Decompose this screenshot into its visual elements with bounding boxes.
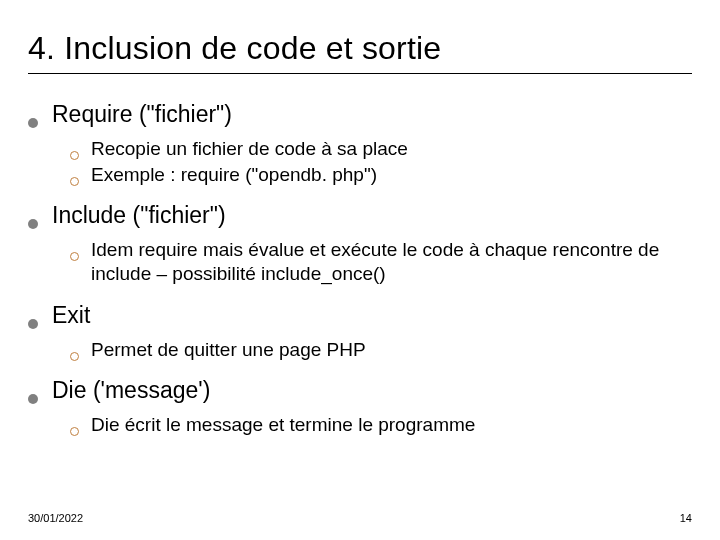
bullet-dot-icon [28, 394, 38, 404]
list-item: Permet de quitter une page PHP [70, 338, 692, 362]
slide-title: 4. Inclusion de code et sortie [28, 30, 692, 67]
list-item: Exit Permet de quitter une page PHP [28, 301, 692, 362]
bullet-dot-icon [28, 319, 38, 329]
title-divider [28, 73, 692, 74]
list-item: Die ('message') Die écrit le message et … [28, 376, 692, 437]
bullet-ring-icon [70, 151, 79, 160]
footer: 30/01/2022 14 [28, 512, 692, 524]
level2-label: Exemple : require ("opendb. php") [91, 163, 377, 187]
bullet-ring-icon [70, 252, 79, 261]
level1-label: Include ("fichier") [52, 201, 226, 230]
bullet-ring-icon [70, 352, 79, 361]
level1-list: Require ("fichier") Recopie un fichier d… [28, 100, 692, 437]
level2-label: Permet de quitter une page PHP [91, 338, 366, 362]
level2-list: Die écrit le message et termine le progr… [70, 413, 692, 437]
list-item: Die écrit le message et termine le progr… [70, 413, 692, 437]
bullet-dot-icon [28, 219, 38, 229]
bullet-ring-icon [70, 427, 79, 436]
level1-label: Exit [52, 301, 90, 330]
level1-label: Die ('message') [52, 376, 210, 405]
bullet-ring-icon [70, 177, 79, 186]
bullet-dot-icon [28, 118, 38, 128]
level2-label: Die écrit le message et termine le progr… [91, 413, 475, 437]
level1-label: Require ("fichier") [52, 100, 232, 129]
list-item: Recopie un fichier de code à sa place [70, 137, 692, 161]
level2-label: Idem require mais évalue et exécute le c… [91, 238, 692, 287]
level2-label: Recopie un fichier de code à sa place [91, 137, 408, 161]
level2-list: Idem require mais évalue et exécute le c… [70, 238, 692, 287]
footer-page-number: 14 [680, 512, 692, 524]
level2-list: Permet de quitter une page PHP [70, 338, 692, 362]
list-item: Exemple : require ("opendb. php") [70, 163, 692, 187]
slide: 4. Inclusion de code et sortie Require (… [0, 0, 720, 540]
list-item: Idem require mais évalue et exécute le c… [70, 238, 692, 287]
footer-date: 30/01/2022 [28, 512, 83, 524]
level2-list: Recopie un fichier de code à sa place Ex… [70, 137, 692, 188]
list-item: Include ("fichier") Idem require mais év… [28, 201, 692, 286]
list-item: Require ("fichier") Recopie un fichier d… [28, 100, 692, 187]
